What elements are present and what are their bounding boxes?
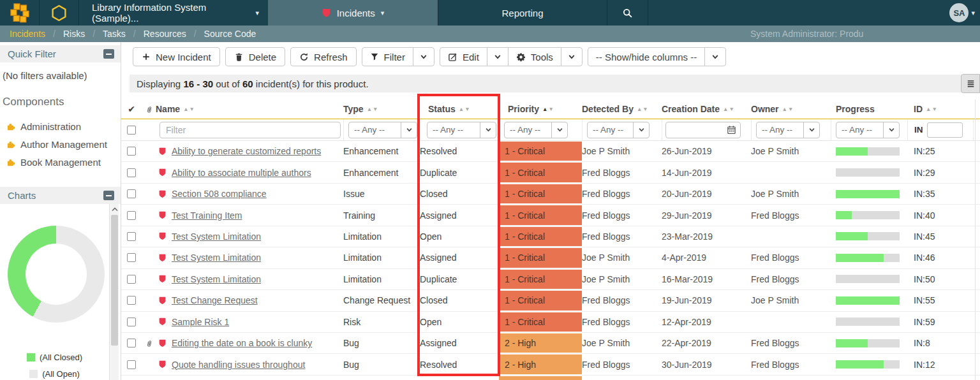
refresh-button[interactable]: Refresh bbox=[290, 47, 357, 66]
quick-filter-empty-text: (No filters available) bbox=[3, 70, 87, 81]
incident-name-link[interactable]: Sample Risk 1 bbox=[172, 317, 229, 327]
progress-filter-select[interactable]: -- Any -- bbox=[836, 122, 900, 138]
scroll-up-icon[interactable] bbox=[110, 205, 119, 214]
scrollbar-thumb[interactable] bbox=[111, 215, 118, 346]
incident-name-link[interactable]: Quote handling issues throughout bbox=[172, 360, 305, 370]
collapse-icon[interactable] bbox=[103, 191, 114, 200]
incident-shield-icon bbox=[158, 317, 167, 326]
progress-bar bbox=[836, 232, 900, 240]
sort-icons[interactable]: ▲▼ bbox=[723, 106, 735, 112]
filter-split-button: Filter bbox=[362, 47, 434, 66]
artifact-nav-source-code[interactable]: Source Code bbox=[197, 29, 264, 39]
incident-name-link[interactable]: Section 508 compliance bbox=[172, 189, 267, 199]
artifact-nav-incidents[interactable]: Incidents bbox=[10, 29, 53, 39]
artifact-nav-risks[interactable]: Risks bbox=[56, 29, 93, 39]
incident-name-link[interactable]: Test System Limitation bbox=[172, 231, 261, 242]
row-checkbox[interactable] bbox=[127, 253, 136, 262]
artifact-nav-tasks[interactable]: Tasks bbox=[95, 29, 133, 39]
global-search-button[interactable] bbox=[607, 0, 648, 26]
component-item-administration[interactable]: Administration bbox=[6, 121, 81, 132]
sort-icons[interactable]: ▲▼ bbox=[367, 106, 379, 112]
workspace-hexagon-icon[interactable] bbox=[40, 0, 79, 26]
sort-icons[interactable]: ▲▼ bbox=[183, 106, 195, 112]
incident-name-link[interactable]: Test System Limitation bbox=[172, 274, 261, 284]
product-selector[interactable]: Library Information System (Sample)... ▾ bbox=[79, 0, 268, 26]
column-header-owner[interactable]: Owner▲▼ bbox=[751, 104, 831, 114]
new-incident-button[interactable]: New Incident bbox=[133, 47, 220, 66]
sort-icons[interactable]: ▲▼ bbox=[542, 106, 554, 112]
creation-date-cell: 12-Apr-2019 bbox=[662, 317, 751, 327]
sort-icons[interactable]: ▲▼ bbox=[926, 106, 938, 112]
list-view-toggle-button[interactable] bbox=[961, 74, 980, 93]
component-item-author-management[interactable]: Author Management bbox=[6, 139, 107, 150]
collapse-icon[interactable] bbox=[103, 49, 114, 59]
row-checkbox[interactable] bbox=[127, 211, 136, 220]
edit-button[interactable]: Edit bbox=[440, 48, 487, 66]
column-header-creation-date[interactable]: Creation Date▲▼ bbox=[662, 104, 751, 114]
component-item-book-management[interactable]: Book Management bbox=[6, 157, 101, 168]
row-checkbox[interactable] bbox=[127, 339, 136, 347]
edit-dropdown-button[interactable] bbox=[487, 48, 508, 66]
sort-icons[interactable]: ▲▼ bbox=[637, 106, 649, 112]
chevron-down-icon bbox=[551, 122, 567, 138]
incident-name-link[interactable]: Ability to generate customized reports bbox=[172, 146, 321, 156]
column-header-detected-by[interactable]: Detected By▲▼ bbox=[582, 104, 662, 114]
row-checkbox[interactable] bbox=[127, 318, 136, 326]
tab-incidents[interactable]: Incidents ▾ bbox=[268, 0, 438, 26]
column-header-name[interactable]: Name▲▼ bbox=[156, 104, 343, 114]
name-cell: Test Change Request bbox=[156, 295, 343, 305]
select-all-check-icon[interactable]: ✔ bbox=[121, 104, 142, 114]
column-header-type[interactable]: Type▲▼ bbox=[343, 104, 420, 114]
name-filter-input[interactable] bbox=[160, 122, 341, 138]
filter-status-cell: -- Any -- bbox=[420, 119, 499, 140]
incident-name-link[interactable]: Test Change Request bbox=[172, 295, 258, 305]
row-checkbox[interactable] bbox=[127, 360, 136, 369]
row-checkbox[interactable] bbox=[127, 147, 136, 156]
column-header-id[interactable]: ID▲▼ bbox=[907, 104, 973, 114]
app-logo-icon[interactable] bbox=[0, 0, 40, 26]
row-checkbox[interactable] bbox=[127, 168, 136, 177]
filter-creation-date-cell bbox=[662, 119, 751, 140]
row-checkbox[interactable] bbox=[127, 275, 136, 284]
filter-button[interactable]: Filter bbox=[362, 48, 413, 66]
priority-filter-select[interactable]: -- Any -- bbox=[504, 122, 568, 138]
status-filter-select[interactable]: -- Any -- bbox=[427, 122, 496, 138]
filter-label: Filter bbox=[384, 52, 405, 62]
filter-id-cell: IN bbox=[907, 119, 973, 140]
incident-name-link[interactable]: Test System Limitation bbox=[172, 252, 261, 263]
tab-reporting[interactable]: Reporting bbox=[438, 0, 607, 26]
quick-filter-title: Quick Filter bbox=[8, 48, 56, 59]
row-checkbox[interactable] bbox=[127, 296, 136, 305]
creation-date-filter-input[interactable] bbox=[665, 122, 741, 138]
legend-label-closed: (All Closed) bbox=[40, 353, 82, 362]
sort-icons[interactable]: ▲▼ bbox=[782, 106, 794, 112]
sidebar-scrollbar[interactable] bbox=[109, 204, 119, 380]
progress-bar bbox=[836, 339, 900, 347]
priority-cell: 1 - Critical bbox=[499, 247, 582, 268]
sort-icons[interactable]: ▲▼ bbox=[459, 106, 471, 112]
show-hide-columns-select[interactable]: -- Show/hide columns -- bbox=[588, 47, 726, 66]
incident-name-link[interactable]: Editing the date on a book is clunky bbox=[172, 338, 312, 348]
user-menu[interactable]: SA ▾ bbox=[949, 0, 980, 26]
artifact-nav-resources[interactable]: Resources bbox=[136, 29, 194, 39]
id-filter-input[interactable] bbox=[927, 122, 963, 138]
incident-name-link[interactable]: Ability to associate multiple authors bbox=[172, 168, 311, 178]
delete-button[interactable]: Delete bbox=[225, 47, 285, 66]
filter-dropdown-button[interactable] bbox=[413, 48, 434, 66]
sidebar: Quick Filter (No filters available) Comp… bbox=[0, 42, 121, 380]
avatar[interactable]: SA bbox=[949, 3, 969, 22]
detected-by-filter-select[interactable]: -- Any -- bbox=[587, 122, 650, 138]
row-checkbox[interactable] bbox=[127, 189, 136, 198]
priority-cell: 2 - High bbox=[499, 333, 582, 353]
row-checkbox[interactable] bbox=[127, 232, 136, 241]
type-filter-select[interactable]: -- Any -- bbox=[348, 122, 417, 138]
column-header-status[interactable]: Status▲▼ bbox=[420, 104, 499, 114]
owner-filter-select[interactable]: -- Any -- bbox=[756, 122, 820, 138]
tools-button[interactable]: Tools bbox=[508, 48, 561, 66]
tools-dropdown-button[interactable] bbox=[561, 48, 582, 66]
type-cell: Training bbox=[343, 210, 420, 221]
column-header-priority[interactable]: Priority▲▼ bbox=[499, 104, 582, 114]
progress-cell bbox=[831, 147, 907, 156]
incident-name-link[interactable]: Test Training Item bbox=[172, 210, 242, 221]
select-all-checkbox[interactable] bbox=[127, 126, 136, 135]
